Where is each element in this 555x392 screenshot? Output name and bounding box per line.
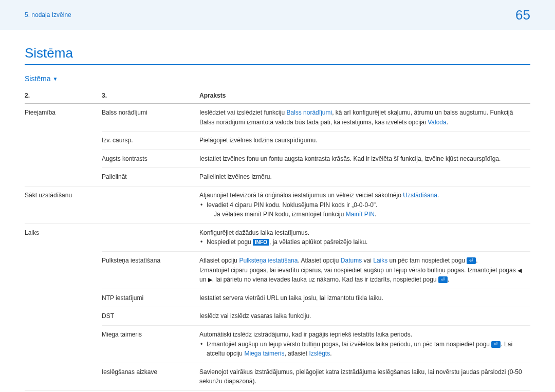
arrow-right-icon: ▶ xyxy=(208,276,212,283)
description-cell: Ieslēdziet vai izslēdziet funkciju Balss… xyxy=(199,104,530,132)
table-row: Laiks Konfigurējiet dažādus laika iestat… xyxy=(25,223,530,251)
inline-link: Pulksteņa iestatīšana xyxy=(239,257,298,264)
inline-link: Izslēgts xyxy=(309,350,330,357)
level2-label: Pieejamība xyxy=(25,104,102,186)
breadcrumb: 5. nodaļa Izvēlne xyxy=(25,11,71,18)
info-badge: INFO xyxy=(253,239,269,246)
list-item: Izmantojiet augšup un lejup vērsto bulti… xyxy=(199,340,525,359)
level3-label: Augsts kontrasts xyxy=(102,150,199,168)
inline-link: Miega taimeris xyxy=(244,350,284,357)
inline-link: Uzstādīšana xyxy=(403,192,437,199)
arrow-left-icon: ◀ xyxy=(517,267,522,273)
page-number: 65 xyxy=(515,7,530,23)
enter-icon: ⏎ xyxy=(438,276,448,283)
description-cell: Konfigurējiet dažādus laika iestatījumus… xyxy=(199,223,530,251)
description-cell: Automātiski izslēdz izstrādājumu, kad ir… xyxy=(199,325,530,363)
description-cell: Palieliniet izvēlnes izmēru. xyxy=(199,168,530,186)
level2-label: Laiks xyxy=(25,223,102,390)
level3-label xyxy=(102,223,199,251)
description-cell: Atlasiet opciju Pulksteņa iestatīšana. A… xyxy=(199,251,530,289)
level3-label: DST xyxy=(102,307,199,326)
level3-label: Ieslēgšanas aizkave xyxy=(102,363,199,390)
triangle-down-icon: ▼ xyxy=(53,76,58,82)
description-cell: Savienojot vairākus izstrādājumus, pielā… xyxy=(199,363,530,390)
col-header-desc: Apraksts xyxy=(199,88,530,104)
list-item: Nospiediet pogu INFO, ja vēlaties aplūko… xyxy=(199,237,525,247)
col-header-3: 3. xyxy=(102,88,199,104)
list-item: Ievadiet 4 ciparu PIN kodu. Noklusējuma … xyxy=(199,200,525,219)
inline-link: Valoda xyxy=(428,119,446,126)
level3-label: Pulksteņa iestatīšana xyxy=(102,251,199,289)
table-row: Sākt uzstādīšanu Atjaunojiet televizorā … xyxy=(25,186,530,223)
description-cell: Iestatiet izvēlnes fonu un fontu augsta … xyxy=(199,150,530,168)
menu-path-label: Sistēma xyxy=(25,74,51,83)
table-row: Pieejamība Balss norādījumi Ieslēdziet v… xyxy=(25,104,530,132)
description-cell: Iestatiet servera vietrādi URL un laika … xyxy=(199,289,530,307)
inline-link: Laiks xyxy=(373,257,387,264)
inline-link: Datums xyxy=(341,257,362,264)
level3-label xyxy=(102,186,199,223)
inline-link: Mainīt PIN xyxy=(346,211,375,218)
enter-icon: ⏎ xyxy=(491,341,501,348)
menu-path: Sistēma ▼ xyxy=(25,74,530,83)
enter-icon: ⏎ xyxy=(467,257,476,264)
level3-label: Miega taimeris xyxy=(102,325,199,363)
content-area: Sistēma Sistēma ▼ 2. 3. Apraksts Pieejam… xyxy=(0,30,555,392)
table-header-row: 2. 3. Apraksts xyxy=(25,88,530,104)
level3-label: Balss norādījumi xyxy=(102,104,199,132)
level2-label: Sākt uzstādīšanu xyxy=(25,186,102,223)
page-title: Sistēma xyxy=(25,45,530,65)
level3-label: Palielināt xyxy=(102,168,199,186)
description-cell: Atjaunojiet televizorā tā oriģinālos ies… xyxy=(199,186,530,223)
settings-table: 2. 3. Apraksts Pieejamība Balss norādīju… xyxy=(25,88,530,392)
level3-label: NTP iestatījumi xyxy=(102,289,199,307)
description-cell: Ieslēdz vai izslēdz vasaras laika funkci… xyxy=(199,307,530,326)
level3-label: Izv. caursp. xyxy=(102,132,199,150)
description-cell: Pielāgojiet izvēlnes lodziņa caurspīdīgu… xyxy=(199,132,530,150)
inline-link: Balss norādījumi xyxy=(286,109,332,116)
top-bar: 5. nodaļa Izvēlne 65 xyxy=(0,0,555,30)
col-header-2: 2. xyxy=(25,88,102,104)
